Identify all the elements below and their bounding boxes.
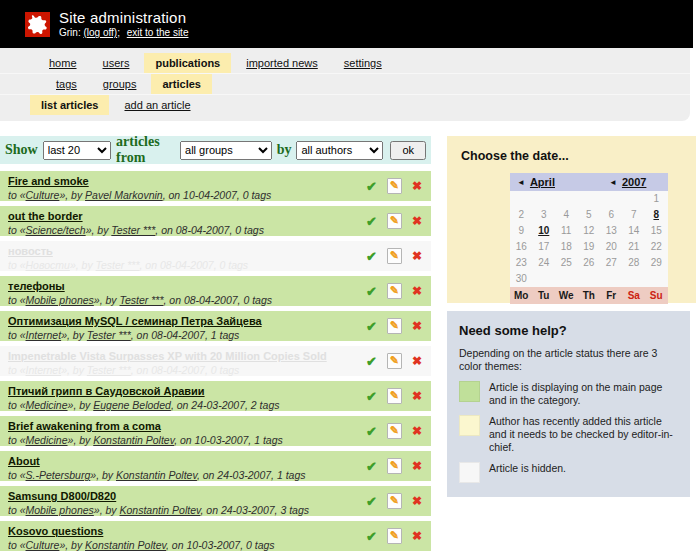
article-title-link[interactable]: Samsung D800/D820 bbox=[8, 490, 116, 503]
delete-icon[interactable]: ✖ bbox=[412, 390, 422, 402]
delete-icon[interactable]: ✖ bbox=[412, 250, 422, 262]
delete-icon[interactable]: ✖ bbox=[412, 460, 422, 472]
article-author-link[interactable]: Pavel Markovnin bbox=[85, 189, 163, 201]
edit-icon[interactable]: ✎ bbox=[387, 458, 402, 474]
article-author-link[interactable]: Tester *** bbox=[87, 329, 131, 341]
article-category-link[interactable]: S.-Petersburg bbox=[26, 469, 91, 481]
ok-button[interactable]: ok bbox=[390, 141, 426, 160]
article-meta: to «Новости», by Tester ***, on 08-04-20… bbox=[8, 259, 366, 271]
approve-icon[interactable]: ✔ bbox=[366, 390, 377, 403]
article-title-link[interactable]: новость bbox=[8, 245, 53, 258]
exit-site-link[interactable]: exit to the site bbox=[127, 27, 189, 38]
nav-item-articles[interactable]: articles bbox=[151, 74, 212, 94]
article-author-link[interactable]: Konstantin Poltev bbox=[85, 539, 166, 551]
article-category-link[interactable]: Medicine bbox=[26, 399, 68, 411]
article-title-link[interactable]: About bbox=[8, 455, 40, 468]
article-category-link[interactable]: Culture bbox=[26, 539, 60, 551]
article-author-link[interactable]: Tester *** bbox=[96, 259, 140, 271]
prev-month-arrow-icon[interactable]: ◄ bbox=[517, 178, 525, 187]
logoff-link[interactable]: (log off) bbox=[83, 27, 117, 38]
article-category-link[interactable]: Mobile phones bbox=[26, 294, 94, 306]
prev-year-arrow-icon[interactable]: ◄ bbox=[609, 178, 617, 187]
approve-icon[interactable]: ✔ bbox=[366, 250, 377, 263]
article-title-link[interactable]: Kosovo questions bbox=[8, 525, 103, 538]
nav-item-settings[interactable]: settings bbox=[333, 53, 393, 73]
group-select[interactable]: all groups bbox=[180, 141, 272, 160]
article-category-link[interactable]: Internet bbox=[26, 329, 62, 341]
delete-icon[interactable]: ✖ bbox=[412, 215, 422, 227]
nav-item-imported-news[interactable]: imported news bbox=[235, 53, 329, 73]
article-author-link[interactable]: Konstantin Poltev bbox=[120, 504, 201, 516]
delete-icon[interactable]: ✖ bbox=[412, 355, 422, 367]
article-title-link[interactable]: Impenetrable Vista Surpasses XP with 20 … bbox=[8, 350, 327, 363]
article-title-link[interactable]: Brief awakening from a coma bbox=[8, 420, 161, 433]
edit-icon[interactable]: ✎ bbox=[387, 213, 402, 229]
nav-item-add-an-article[interactable]: add an article bbox=[113, 95, 201, 115]
delete-icon[interactable]: ✖ bbox=[412, 495, 422, 507]
article-author-link[interactable]: Konstantin Poltev bbox=[93, 434, 174, 446]
edit-icon[interactable]: ✎ bbox=[387, 388, 402, 404]
year-link[interactable]: 2007 bbox=[622, 176, 646, 188]
calendar-day-8[interactable]: 8 bbox=[645, 207, 668, 223]
article-meta: to «Culture», by Pavel Markovnin, on 10-… bbox=[8, 189, 366, 201]
delete-icon[interactable]: ✖ bbox=[412, 285, 422, 297]
article-title-link[interactable]: Оптимизация MySQL / семинар Петра Зайцев… bbox=[8, 315, 262, 328]
article-category-link[interactable]: Новости bbox=[26, 259, 70, 271]
main-content: Show last 20 articles from all groups by… bbox=[0, 121, 700, 551]
calendar-day-27: 27 bbox=[600, 255, 623, 271]
edit-icon[interactable]: ✎ bbox=[387, 178, 402, 194]
article-author-link[interactable]: Tester *** bbox=[87, 364, 131, 376]
article-meta: to «Science/tech», by Tester ***, on 08-… bbox=[8, 224, 366, 236]
approve-icon[interactable]: ✔ bbox=[366, 425, 377, 438]
month-link[interactable]: April bbox=[530, 176, 555, 188]
calendar-day-11: 11 bbox=[555, 223, 578, 239]
article-meta: to «Culture», by Konstantin Poltev, on 1… bbox=[8, 539, 366, 551]
approve-icon[interactable]: ✔ bbox=[366, 180, 377, 193]
edit-icon[interactable]: ✎ bbox=[387, 353, 402, 369]
nav-item-tags[interactable]: tags bbox=[45, 74, 88, 94]
article-title-link[interactable]: телефоны bbox=[8, 280, 65, 293]
nav-item-users[interactable]: users bbox=[92, 53, 141, 73]
article-category-link[interactable]: Medicine bbox=[26, 434, 68, 446]
delete-icon[interactable]: ✖ bbox=[412, 180, 422, 192]
nav-item-groups[interactable]: groups bbox=[92, 74, 148, 94]
article-category-link[interactable]: Internet bbox=[26, 364, 62, 376]
approve-icon[interactable]: ✔ bbox=[366, 320, 377, 333]
article-category-link[interactable]: Mobile phones bbox=[26, 504, 94, 516]
approve-icon[interactable]: ✔ bbox=[366, 355, 377, 368]
edit-icon[interactable]: ✎ bbox=[387, 318, 402, 334]
edit-icon[interactable]: ✎ bbox=[387, 423, 402, 439]
edit-icon[interactable]: ✎ bbox=[387, 248, 402, 264]
nav-item-publications[interactable]: publications bbox=[144, 53, 231, 73]
calendar-day-20: 20 bbox=[600, 239, 623, 255]
article-category-link[interactable]: Science/tech bbox=[26, 224, 86, 236]
article-category-link[interactable]: Culture bbox=[26, 189, 60, 201]
article-author-link[interactable]: Konstantin Poltev bbox=[116, 469, 197, 481]
edit-icon[interactable]: ✎ bbox=[387, 493, 402, 509]
approve-icon[interactable]: ✔ bbox=[366, 215, 377, 228]
article-author-link[interactable]: Tester *** bbox=[120, 294, 164, 306]
article-title-link[interactable]: out the border bbox=[8, 210, 83, 223]
approve-icon[interactable]: ✔ bbox=[366, 285, 377, 298]
nav-item-list-articles[interactable]: list articles bbox=[30, 95, 109, 115]
article-row: Оптимизация MySQL / семинар Петра Зайцев… bbox=[0, 311, 431, 341]
article-author-link[interactable]: Tester *** bbox=[111, 224, 155, 236]
nav-item-home[interactable]: home bbox=[38, 53, 88, 73]
range-select[interactable]: last 20 bbox=[43, 141, 111, 160]
article-info: Samsung D800/D820to «Mobile phones», by … bbox=[8, 486, 366, 516]
edit-icon[interactable]: ✎ bbox=[387, 528, 402, 544]
calendar-day-10[interactable]: 10 bbox=[533, 223, 556, 239]
calendar-day-empty bbox=[623, 191, 646, 207]
article-title-link[interactable]: Fire and smoke bbox=[8, 175, 89, 188]
article-author-link[interactable]: Eugene Beloded bbox=[93, 399, 171, 411]
author-select[interactable]: all authors bbox=[296, 141, 383, 160]
approve-icon[interactable]: ✔ bbox=[366, 530, 377, 543]
delete-icon[interactable]: ✖ bbox=[412, 530, 422, 542]
edit-icon[interactable]: ✎ bbox=[387, 283, 402, 299]
article-title-link[interactable]: Птичий грипп в Саудовской Аравии bbox=[8, 385, 205, 398]
approve-icon[interactable]: ✔ bbox=[366, 495, 377, 508]
delete-icon[interactable]: ✖ bbox=[412, 425, 422, 437]
approve-icon[interactable]: ✔ bbox=[366, 460, 377, 473]
delete-icon[interactable]: ✖ bbox=[412, 320, 422, 332]
help-legend-item: Article is hidden. bbox=[459, 462, 678, 483]
